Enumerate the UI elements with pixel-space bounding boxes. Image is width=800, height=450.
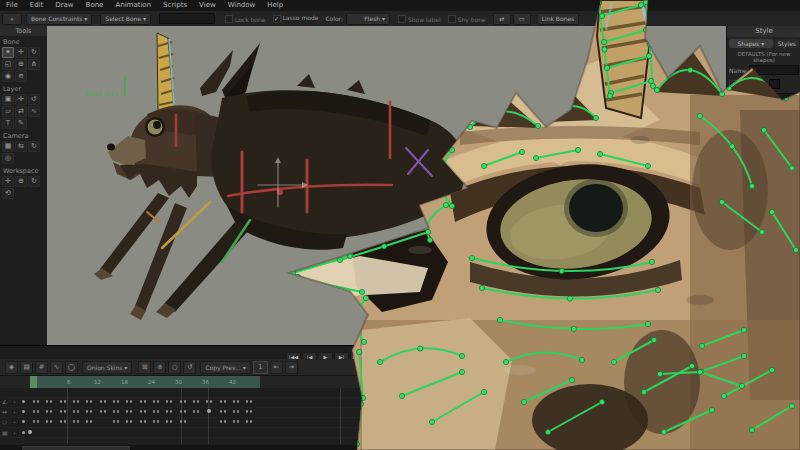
step-right-icon[interactable]: ⇥ xyxy=(285,361,298,374)
keyframe-pair[interactable] xyxy=(233,400,240,403)
keyframe-pair[interactable] xyxy=(46,400,53,403)
keyframe-pair[interactable] xyxy=(113,410,120,413)
keyframe-pair[interactable] xyxy=(193,400,200,403)
step-left-icon[interactable]: ⇤ xyxy=(270,361,283,374)
transform-layer-icon[interactable]: ▣ xyxy=(2,94,14,105)
track-camera-icon[interactable]: ▦ xyxy=(2,141,14,152)
keyframe-pair[interactable] xyxy=(153,400,160,403)
keyframe-pair[interactable] xyxy=(100,400,107,403)
cycle-icon[interactable]: ○ xyxy=(168,361,181,374)
bone-name-tag[interactable]: head_turn xyxy=(85,90,118,98)
keyframe-pair[interactable] xyxy=(206,400,213,403)
pan-camera-icon[interactable]: ⇆ xyxy=(15,141,27,152)
reset-icon[interactable]: ↺ xyxy=(183,361,196,374)
keyframe-pair[interactable] xyxy=(73,420,80,423)
zoom-camera-icon[interactable]: ◎ xyxy=(2,153,14,164)
current-tool-icon[interactable]: ⌖ xyxy=(2,13,22,25)
keyframe-pair[interactable] xyxy=(73,400,80,403)
menu-file[interactable]: File xyxy=(0,0,24,11)
keyframe-pair[interactable] xyxy=(166,420,173,423)
select-bone-dropdown[interactable]: Select Bone ▾ xyxy=(100,13,151,25)
keyframe-pair[interactable] xyxy=(220,410,227,413)
copy-prev-dropdown[interactable]: Copy Prev... ▾ xyxy=(200,361,250,374)
menu-view[interactable]: View xyxy=(193,0,222,11)
channel-expand-icon[interactable]: • xyxy=(13,429,16,437)
text-tool-icon[interactable]: T xyxy=(2,118,14,129)
keyframe-pair[interactable] xyxy=(86,420,93,423)
translate-layer-icon[interactable]: ✛ xyxy=(15,94,27,105)
keyframe-pair[interactable] xyxy=(140,400,147,403)
menu-window[interactable]: Window xyxy=(222,0,262,11)
keyframe-pair[interactable] xyxy=(60,410,67,413)
shapes-dropdown[interactable]: Shapes ▾ xyxy=(729,39,773,48)
add-bone-icon[interactable]: ⊕ xyxy=(15,59,27,70)
keyframe-pair[interactable] xyxy=(126,410,133,413)
layer-channel-icon[interactable]: ▤ xyxy=(2,429,8,437)
keyframe-pair[interactable] xyxy=(153,420,160,423)
keyframe-pair[interactable] xyxy=(100,410,107,413)
keyframe-pair[interactable] xyxy=(233,420,240,423)
graph-mode-icon[interactable]: ⋔ xyxy=(153,361,166,374)
effect1-dropdown[interactable]: ▾ xyxy=(754,93,799,103)
keyframe-pair[interactable] xyxy=(33,410,40,413)
shy-bone-checkbox-box[interactable] xyxy=(448,15,456,23)
fill-color-swatch[interactable] xyxy=(741,79,759,89)
keyframe[interactable] xyxy=(22,400,25,403)
timeline-visible-range[interactable] xyxy=(30,376,260,388)
bone-color-dropdown[interactable]: Flesh ▾ xyxy=(346,13,390,25)
keyframe-pair[interactable] xyxy=(140,420,147,423)
bone-scale-channel-icon[interactable]: ◇ xyxy=(2,418,7,426)
fill-checkbox[interactable]: ✓ xyxy=(729,80,737,88)
flip-horizontal-icon[interactable]: ⇄ xyxy=(493,13,511,25)
autokey-icon[interactable]: ◈ xyxy=(5,361,18,374)
scale-bone-icon[interactable]: ◱ xyxy=(2,59,14,70)
keyframe-pair[interactable] xyxy=(166,410,173,413)
lock-bone-checkbox[interactable]: Lock bone xyxy=(225,15,266,23)
bone-angle-channel-icon[interactable]: ∠ xyxy=(2,398,7,406)
keyframe-pair[interactable] xyxy=(86,410,93,413)
menu-animation[interactable]: Animation xyxy=(109,0,157,11)
channel-expand-icon[interactable]: • xyxy=(13,398,16,406)
menu-bone[interactable]: Bone xyxy=(80,0,110,11)
roll-camera-icon[interactable]: ↻ xyxy=(28,141,40,152)
layer-keys-icon[interactable]: # xyxy=(35,361,48,374)
bind-points-icon[interactable]: ◉ xyxy=(2,71,14,82)
keyframe-pair[interactable] xyxy=(73,410,80,413)
keyframe[interactable] xyxy=(28,430,32,434)
bone-translate-channel-icon[interactable]: ↔ xyxy=(2,408,7,416)
motion-path-icon[interactable]: ∿ xyxy=(50,361,63,374)
shy-bone-checkbox[interactable]: Shy bone xyxy=(448,15,486,23)
timeline-scrollbar-handle[interactable] xyxy=(22,446,130,450)
keyframe-pair[interactable] xyxy=(180,400,187,403)
keyframe-pair[interactable] xyxy=(33,420,40,423)
keyframe-pair-icon[interactable]: ▤ xyxy=(20,361,33,374)
zoom-workspace-icon[interactable]: ⊕ xyxy=(15,176,27,187)
keyframe[interactable] xyxy=(207,409,211,413)
keyframe-pair[interactable] xyxy=(246,420,253,423)
rotate-bone-icon[interactable]: ↻ xyxy=(28,47,40,58)
frame-step-box[interactable]: 1 xyxy=(253,361,268,374)
menu-draw[interactable]: Draw xyxy=(49,0,79,11)
onion-skins-dropdown[interactable]: Onion Skins ▾ xyxy=(82,361,132,374)
keyframe-pair[interactable] xyxy=(113,420,120,423)
keyframe-pair[interactable] xyxy=(140,410,147,413)
keyframe-pair[interactable] xyxy=(193,410,200,413)
stroke-color-swatch[interactable] xyxy=(769,79,780,89)
menu-scripts[interactable]: Scripts xyxy=(157,0,193,11)
show-label-checkbox[interactable]: Show label xyxy=(398,15,441,23)
show-label-checkbox-box[interactable] xyxy=(398,15,406,23)
keyframe-pair[interactable] xyxy=(220,400,227,403)
keyframe-pair[interactable] xyxy=(180,410,187,413)
bone-constraints-button[interactable]: Bone Constraints ▾ xyxy=(26,13,92,25)
follow-path-icon[interactable]: ∿ xyxy=(28,106,40,117)
timeline-playhead[interactable] xyxy=(30,376,37,388)
keyframe[interactable] xyxy=(22,410,25,413)
link-bones-button[interactable]: Link Bones xyxy=(537,13,580,25)
keyframe-pair[interactable] xyxy=(33,400,40,403)
menu-edit[interactable]: Edit xyxy=(24,0,50,11)
reparent-bone-icon[interactable]: ⋔ xyxy=(28,59,40,70)
document-canvas[interactable]: head_turn xyxy=(47,26,726,345)
grid-icon[interactable]: ⊞ xyxy=(138,361,151,374)
keyframe-pair[interactable] xyxy=(60,420,67,423)
pan-workspace-icon[interactable]: ✛ xyxy=(2,176,14,187)
